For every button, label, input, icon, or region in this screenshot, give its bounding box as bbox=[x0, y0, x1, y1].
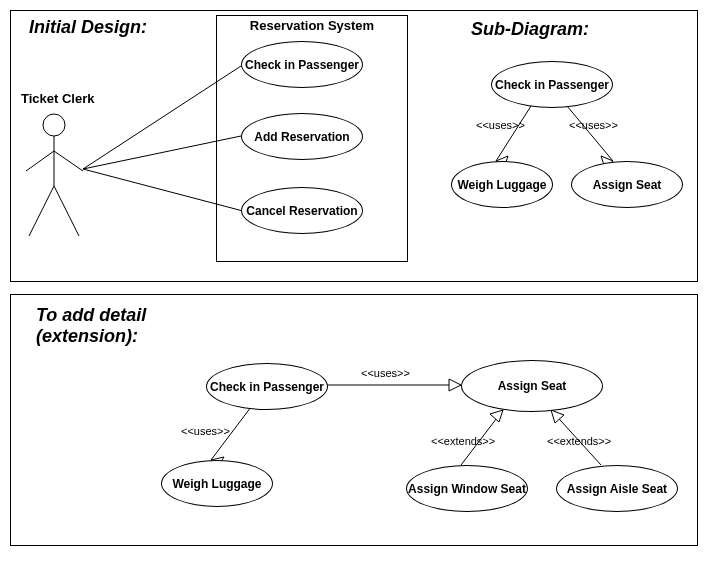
svg-marker-18 bbox=[490, 410, 503, 422]
stereo-extends-label: <<extends>> bbox=[547, 435, 611, 447]
sub-usecase-assign-seat: Assign Seat bbox=[571, 161, 683, 208]
usecase-add-reservation: Add Reservation bbox=[241, 113, 363, 160]
actor-label: Ticket Clerk bbox=[21, 91, 94, 106]
sub-usecase-check-in-passenger: Check in Passenger bbox=[491, 61, 613, 108]
usecase-check-in-passenger: Check in Passenger bbox=[241, 41, 363, 88]
svg-line-11 bbox=[567, 106, 613, 161]
extension-panel: To add detail (extension): Check in Pass… bbox=[10, 294, 698, 546]
svg-line-2 bbox=[26, 151, 54, 171]
sub-usecase-weigh-luggage: Weigh Luggage bbox=[451, 161, 553, 208]
ext-usecase-assign-window-seat: Assign Window Seat bbox=[406, 465, 528, 512]
svg-point-0 bbox=[43, 114, 65, 136]
sub-diagram-title: Sub-Diagram: bbox=[471, 19, 589, 40]
stereo-uses-label: <<uses>> bbox=[569, 119, 618, 131]
svg-marker-14 bbox=[449, 379, 461, 391]
system-title: Reservation System bbox=[217, 18, 407, 33]
initial-design-panel: Initial Design: Sub-Diagram: Ticket Cler… bbox=[10, 10, 698, 282]
ext-usecase-weigh-luggage: Weigh Luggage bbox=[161, 460, 273, 507]
stereo-uses-label: <<uses>> bbox=[181, 425, 230, 437]
svg-marker-20 bbox=[551, 410, 564, 423]
usecase-cancel-reservation: Cancel Reservation bbox=[241, 187, 363, 234]
svg-line-5 bbox=[54, 186, 79, 236]
ext-usecase-check-in-passenger: Check in Passenger bbox=[206, 363, 328, 410]
svg-line-9 bbox=[496, 106, 531, 161]
stereo-uses-label: <<uses>> bbox=[476, 119, 525, 131]
ext-usecase-assign-aisle-seat: Assign Aisle Seat bbox=[556, 465, 678, 512]
svg-line-4 bbox=[29, 186, 54, 236]
ext-usecase-assign-seat: Assign Seat bbox=[461, 360, 603, 412]
extension-title: To add detail (extension): bbox=[36, 305, 216, 347]
stereo-uses-label: <<uses>> bbox=[361, 367, 410, 379]
svg-line-3 bbox=[54, 151, 83, 171]
stereo-extends-label: <<extends>> bbox=[431, 435, 495, 447]
initial-design-title: Initial Design: bbox=[29, 17, 147, 38]
